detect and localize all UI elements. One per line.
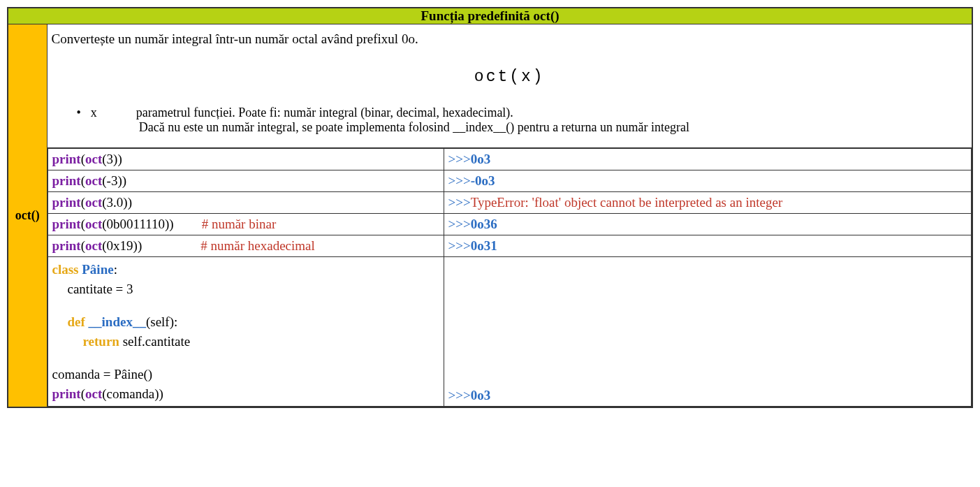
keyword-print: print bbox=[52, 173, 81, 188]
assignment-line: comanda = Pâine() bbox=[52, 367, 153, 381]
attribute-line: cantitate = 3 bbox=[52, 279, 439, 299]
output-cell: >>>0o31 bbox=[444, 235, 972, 257]
code-cell: print(oct(0b0011110))# număr binar bbox=[47, 214, 444, 235]
paren: ) bbox=[122, 173, 126, 188]
paren: ) bbox=[128, 195, 132, 210]
bullet-icon: • bbox=[77, 106, 81, 120]
output-error: TypeError: 'float' object cannot be inte… bbox=[471, 195, 783, 210]
output-value: -0o3 bbox=[471, 173, 495, 188]
comment: # număr binar bbox=[202, 217, 277, 231]
keyword-oct: oct bbox=[85, 238, 102, 253]
example-row: print(oct(0b0011110))# număr binar >>>0o… bbox=[47, 214, 972, 235]
output-value: 0o31 bbox=[471, 238, 497, 253]
output-cell: >>>0o3 bbox=[444, 149, 972, 170]
description-block: Convertește un număr integral într-un nu… bbox=[47, 24, 972, 148]
argument: comanda bbox=[107, 386, 155, 401]
prompt: >>> bbox=[448, 217, 471, 231]
documentation-table: Funcția predefinită oct() oct() Converte… bbox=[7, 7, 973, 408]
method-signature: (self): bbox=[146, 314, 177, 329]
content-cell: Convertește un număr integral într-un nu… bbox=[47, 24, 972, 408]
keyword-oct: oct bbox=[85, 386, 102, 401]
return-expression: self.cantitate bbox=[119, 334, 190, 349]
code-cell: print(oct(-3)) bbox=[47, 170, 444, 192]
example-row: print(oct(3.0)) >>>TypeError: 'float' ob… bbox=[47, 192, 972, 214]
keyword-class: class bbox=[52, 262, 79, 277]
keyword-print: print bbox=[52, 386, 81, 401]
example-row: print(oct(3)) >>>0o3 bbox=[47, 149, 972, 170]
paren: ) bbox=[159, 386, 163, 401]
method-name: __index__ bbox=[89, 314, 146, 329]
paren: ) bbox=[138, 238, 142, 253]
argument: 3 bbox=[107, 152, 114, 166]
code-cell: print(oct(0x19))# număr hexadecimal bbox=[47, 235, 444, 257]
class-name: Pâine bbox=[82, 262, 113, 277]
paren: ) bbox=[117, 152, 122, 166]
argument: 0b0011110 bbox=[107, 217, 165, 231]
colon: : bbox=[114, 262, 117, 277]
keyword-oct: oct bbox=[85, 152, 102, 166]
table-header: Funcția predefinită oct() bbox=[8, 8, 972, 24]
keyword-print: print bbox=[52, 217, 81, 231]
output-cell: >>>0o36 bbox=[444, 214, 972, 235]
signature: oct(x) bbox=[52, 68, 968, 86]
code-cell: class Pâine: cantitate = 3 def __index__… bbox=[47, 257, 444, 407]
prompt: >>> bbox=[448, 195, 471, 210]
prompt: >>> bbox=[448, 173, 471, 188]
parameter-row: • x parametrul funcției. Poate fi: număr… bbox=[77, 106, 968, 135]
function-name-cell: oct() bbox=[8, 24, 47, 408]
output-value: 0o3 bbox=[471, 152, 491, 166]
parameter-desc-line1: parametrul funcției. Poate fi: număr int… bbox=[136, 106, 513, 119]
prompt: >>> bbox=[448, 152, 471, 166]
keyword-print: print bbox=[52, 238, 81, 253]
parameter-desc-line2: Dacă nu este un număr integral, se poate… bbox=[139, 120, 689, 134]
example-row: print(oct(0x19))# număr hexadecimal >>>0… bbox=[47, 235, 972, 257]
keyword-print: print bbox=[52, 152, 81, 166]
prompt: >>> bbox=[448, 238, 471, 253]
keyword-oct: oct bbox=[85, 217, 102, 231]
comment: # număr hexadecimal bbox=[200, 238, 315, 253]
output-value: 0o3 bbox=[471, 388, 491, 402]
code-cell: print(oct(3.0)) bbox=[47, 192, 444, 214]
prompt: >>> bbox=[448, 388, 471, 402]
keyword-def: def bbox=[68, 314, 85, 329]
paren: ) bbox=[169, 217, 173, 231]
keyword-print: print bbox=[52, 195, 81, 210]
keyword-oct: oct bbox=[85, 173, 102, 188]
description-text: Convertește un număr integral într-un nu… bbox=[52, 31, 968, 47]
code-cell: print(oct(3)) bbox=[47, 149, 444, 170]
output-value: 0o36 bbox=[471, 217, 497, 231]
examples-table: print(oct(3)) >>>0o3 print(oct(-3)) >>>-… bbox=[47, 148, 972, 407]
output-cell: >>>-0o3 bbox=[444, 170, 972, 192]
parameter-name: x bbox=[91, 106, 97, 120]
output-cell: >>>0o3 bbox=[444, 257, 972, 407]
output-cell: >>>TypeError: 'float' object cannot be i… bbox=[444, 192, 972, 214]
argument: 3.0 bbox=[107, 195, 124, 210]
argument: -3 bbox=[107, 173, 118, 188]
argument: 0x19 bbox=[107, 238, 133, 253]
example-row: print(oct(-3)) >>>-0o3 bbox=[47, 170, 972, 192]
keyword-return: return bbox=[83, 334, 119, 349]
keyword-oct: oct bbox=[85, 195, 102, 210]
example-row-class: class Pâine: cantitate = 3 def __index__… bbox=[47, 257, 972, 407]
